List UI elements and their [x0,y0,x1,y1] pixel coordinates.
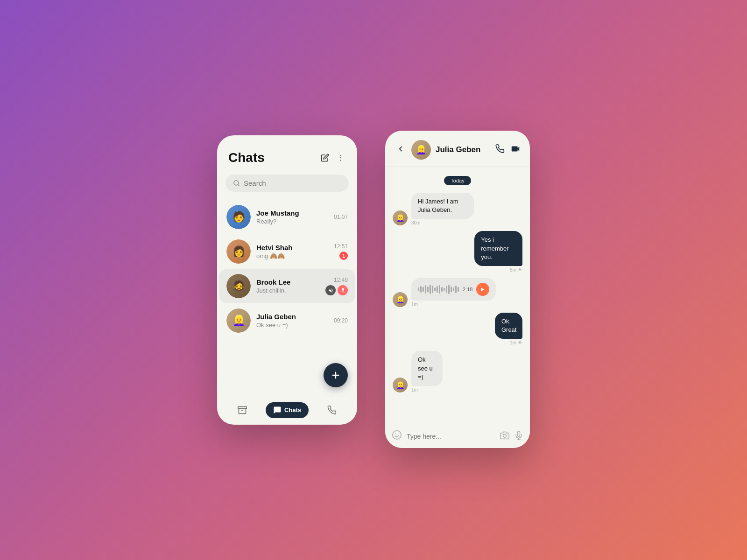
header-icons [320,153,346,163]
message-text-5: Ok see u =) [418,356,433,380]
message-bubble-1: Hi James! I am Julia Geben. [411,193,474,219]
chat-item-julia[interactable]: 👱‍♀️ Julia Geben Ok see u =) 09:20 [219,304,355,337]
message-input[interactable] [407,433,495,440]
read-receipt-4: 👁 [518,340,522,345]
message-time-5: 1m [411,387,456,392]
message-row-4: Ok, Great 1m 👁 [393,313,522,345]
chat-preview-brook: Just chillin. [256,287,325,294]
input-area [385,424,530,448]
chats-nav-label: Chats [284,406,301,413]
message-bubble-2: Yes i remember you. [474,231,522,266]
chat-meta-hetvi: 12:51 1 [334,243,348,260]
more-button[interactable] [336,153,346,163]
chat-item-hetvi[interactable]: 👩 Hetvi Shah omg 🙈🙈 12:51 1 [219,235,355,268]
emoji-button[interactable] [392,430,402,442]
message-time-2: 5m 👁 [510,267,522,273]
message-content-5: Ok see u =) 1m [411,351,456,392]
chat-name-hetvi: Hetvi Shah [256,244,334,252]
chat-header: 👱‍♀️ Julia Geben [385,131,530,167]
chat-time-hetvi: 12:51 [334,243,348,250]
svg-rect-7 [238,406,247,408]
voice-call-button[interactable] [495,144,505,156]
search-input[interactable] [244,179,341,187]
chat-info-brook: Brook Lee Just chillin. [256,278,325,294]
phone-chat: 👱‍♀️ Julia Geben Today [385,131,530,448]
nav-item-calls[interactable] [320,402,344,419]
play-voice-button[interactable]: ▶ [476,283,489,296]
chat-info-hetvi: Hetvi Shah omg 🙈🙈 [256,244,334,259]
message-content-4: Ok, Great 1m 👁 [483,313,522,345]
svg-point-12 [503,434,507,437]
chat-name-julia: Julia Geben [256,313,334,321]
chat-item-joe[interactable]: 🧑 Joe Mustang Really? 01:07 [219,200,355,234]
chat-icons-brook [325,285,348,295]
chat-meta-brook: 12:49 [325,277,348,295]
header-contact-name: Julia Geben [436,145,491,154]
voice-duration: 2.18 [463,287,472,292]
chat-item-brook[interactable]: 🧔 Brook Lee Just chillin. 12:49 [219,269,355,303]
chat-info-julia: Julia Geben Ok see u =) [256,313,334,329]
date-divider: Today [393,176,522,185]
message-row-2: Yes i remember you. 5m 👁 [393,231,522,273]
svg-point-9 [393,431,401,439]
svg-point-0 [340,155,341,156]
nav-item-chats[interactable]: Chats [266,402,309,418]
message-avatar-julia: 👱‍♀️ [393,210,408,225]
search-icon [233,180,240,187]
message-avatar-julia-3: 👱‍♀️ [393,292,408,307]
fab-compose-button[interactable] [324,363,348,387]
message-text-2: Yes i remember you. [481,236,508,260]
chat-preview-hetvi: omg 🙈🙈 [256,252,334,259]
header-actions [495,144,521,156]
avatar-brook: 🧔 [226,274,251,298]
chat-meta-joe: 01:07 [334,214,348,220]
avatar-joe: 🧑 [226,205,251,229]
video-call-button[interactable] [510,144,521,156]
chat-name-brook: Brook Lee [256,278,325,286]
chat-time-brook: 12:49 [334,277,348,283]
message-time-1: 30m [411,220,500,225]
message-time-3: 1m [411,302,496,307]
chat-time-joe: 01:07 [334,214,348,220]
chat-name-joe: Joe Mustang [256,209,334,217]
muted-icon [325,285,336,295]
chat-preview-julia: Ok see u =) [256,322,334,329]
message-content-3: 2.18 ▶ 1m [411,278,496,307]
compose-button[interactable] [320,153,330,163]
voice-bubble-3: 2.18 ▶ [411,278,496,301]
message-text-1: Hi James! I am Julia Geben. [418,198,458,213]
chat-meta-julia: 09:20 [334,317,348,324]
message-avatar-julia-5: 👱‍♀️ [393,378,408,392]
header-avatar: 👱‍♀️ [411,140,431,160]
svg-point-1 [340,157,341,158]
messages-area: Today 👱‍♀️ Hi James! I am Julia Geben. 3… [385,167,530,424]
message-content-1: Hi James! I am Julia Geben. 30m [411,193,500,225]
microphone-button[interactable] [514,431,523,442]
unread-badge-hetvi: 1 [339,252,348,260]
message-text-4: Ok, Great [501,318,517,333]
date-chip: Today [444,176,471,185]
avatar-hetvi: 👩 [226,239,251,264]
chats-title: Chats [228,150,265,165]
message-bubble-4: Ok, Great [495,313,522,339]
message-row-5: 👱‍♀️ Ok see u =) 1m [393,351,522,392]
message-time-4: 1m 👁 [510,340,522,345]
nav-item-archive[interactable] [230,402,254,419]
svg-point-2 [340,160,341,161]
svg-line-4 [238,184,239,186]
pinned-icon [338,285,348,295]
read-receipt-2: 👁 [518,267,522,273]
message-content-2: Yes i remember you. 5m 👁 [454,231,522,273]
chats-header: Chats [217,135,357,171]
avatar-julia: 👱‍♀️ [226,308,251,333]
message-row-3: 👱‍♀️ [393,278,522,307]
message-row-1: 👱‍♀️ Hi James! I am Julia Geben. 30m [393,193,522,225]
chat-preview-joe: Really? [256,218,334,225]
chat-info-joe: Joe Mustang Really? [256,209,334,225]
phone-chats: Chats [217,135,357,425]
back-button[interactable] [395,143,407,157]
search-bar [226,175,349,192]
chat-time-julia: 09:20 [334,317,348,324]
phones-container: Chats [217,112,530,448]
camera-button[interactable] [500,431,509,442]
